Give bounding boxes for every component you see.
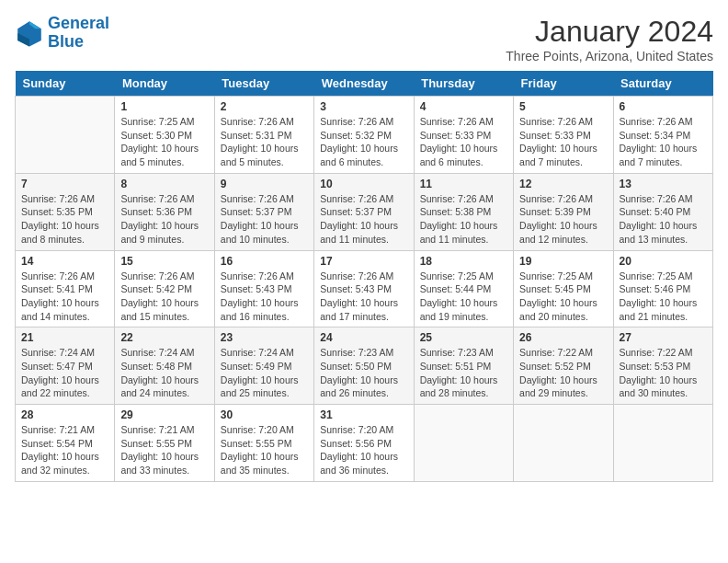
day-number: 20: [620, 255, 707, 268]
calendar-cell: [16, 97, 115, 174]
day-info: Sunrise: 7:25 AMSunset: 5:44 PMDaylight:…: [420, 270, 507, 324]
day-number: 8: [120, 178, 208, 190]
calendar-cell: 2Sunrise: 7:26 AMSunset: 5:31 PMDaylight…: [214, 97, 313, 174]
weekday-header-row: SundayMondayTuesdayWednesdayThursdayFrid…: [16, 71, 713, 97]
day-info: Sunrise: 7:26 AMSunset: 5:35 PMDaylight:…: [21, 192, 108, 247]
logo-text: General Blue: [48, 15, 109, 52]
calendar-cell: 5Sunrise: 7:26 AMSunset: 5:33 PMDaylight…: [514, 97, 613, 174]
calendar-cell: 12Sunrise: 7:26 AMSunset: 5:39 PMDayligh…: [514, 173, 613, 250]
day-number: 22: [120, 331, 208, 344]
day-info: Sunrise: 7:21 AMSunset: 5:55 PMDaylight:…: [120, 423, 208, 477]
day-info: Sunrise: 7:26 AMSunset: 5:31 PMDaylight:…: [221, 115, 308, 169]
day-number: 19: [519, 255, 607, 268]
calendar-cell: 29Sunrise: 7:21 AMSunset: 5:55 PMDayligh…: [115, 405, 214, 482]
day-info: Sunrise: 7:23 AMSunset: 5:50 PMDaylight:…: [320, 346, 407, 400]
day-number: 9: [221, 178, 308, 190]
day-number: 6: [620, 100, 707, 113]
calendar-cell: 6Sunrise: 7:26 AMSunset: 5:34 PMDaylight…: [613, 97, 712, 174]
calendar-week-row: 7Sunrise: 7:26 AMSunset: 5:35 PMDaylight…: [16, 173, 713, 250]
day-number: 31: [320, 408, 407, 421]
calendar-cell: 8Sunrise: 7:26 AMSunset: 5:36 PMDaylight…: [115, 173, 214, 250]
day-info: Sunrise: 7:26 AMSunset: 5:34 PMDaylight:…: [620, 115, 707, 169]
weekday-header-friday: Friday: [514, 71, 613, 97]
day-number: 27: [620, 331, 707, 344]
calendar-cell: 31Sunrise: 7:20 AMSunset: 5:56 PMDayligh…: [314, 405, 414, 482]
day-info: Sunrise: 7:26 AMSunset: 5:37 PMDaylight:…: [320, 192, 407, 247]
day-number: 23: [221, 331, 308, 344]
weekday-header-sunday: Sunday: [16, 71, 115, 97]
day-number: 4: [420, 100, 507, 113]
day-number: 17: [320, 255, 407, 268]
day-info: Sunrise: 7:26 AMSunset: 5:32 PMDaylight:…: [320, 115, 407, 169]
calendar-week-row: 1Sunrise: 7:25 AMSunset: 5:30 PMDaylight…: [16, 97, 713, 174]
day-number: 11: [420, 178, 507, 190]
calendar-cell: 4Sunrise: 7:26 AMSunset: 5:33 PMDaylight…: [414, 97, 513, 174]
calendar-cell: 3Sunrise: 7:26 AMSunset: 5:32 PMDaylight…: [314, 97, 414, 174]
day-info: Sunrise: 7:26 AMSunset: 5:43 PMDaylight:…: [320, 270, 407, 324]
calendar-cell: 18Sunrise: 7:25 AMSunset: 5:44 PMDayligh…: [414, 250, 513, 327]
calendar-cell: 26Sunrise: 7:22 AMSunset: 5:52 PMDayligh…: [514, 327, 613, 405]
calendar-cell: 19Sunrise: 7:25 AMSunset: 5:45 PMDayligh…: [514, 250, 613, 327]
calendar-cell: 13Sunrise: 7:26 AMSunset: 5:40 PMDayligh…: [613, 173, 712, 250]
calendar-cell: 27Sunrise: 7:22 AMSunset: 5:53 PMDayligh…: [613, 327, 712, 405]
calendar-cell: [414, 405, 513, 482]
day-number: 2: [221, 100, 308, 113]
day-number: 13: [620, 178, 707, 190]
weekday-header-thursday: Thursday: [414, 71, 513, 97]
logo-line1: General: [48, 14, 109, 32]
calendar-cell: 21Sunrise: 7:24 AMSunset: 5:47 PMDayligh…: [16, 327, 115, 405]
month-title: January 2024: [506, 15, 713, 49]
logo-icon: [15, 18, 44, 48]
day-info: Sunrise: 7:26 AMSunset: 5:40 PMDaylight:…: [620, 192, 707, 247]
calendar-cell: 24Sunrise: 7:23 AMSunset: 5:50 PMDayligh…: [314, 327, 414, 405]
day-number: 10: [320, 178, 407, 190]
calendar-cell: 10Sunrise: 7:26 AMSunset: 5:37 PMDayligh…: [314, 173, 414, 250]
day-info: Sunrise: 7:26 AMSunset: 5:39 PMDaylight:…: [519, 192, 607, 247]
weekday-header-monday: Monday: [115, 71, 214, 97]
calendar-cell: 14Sunrise: 7:26 AMSunset: 5:41 PMDayligh…: [16, 250, 115, 327]
day-info: Sunrise: 7:25 AMSunset: 5:45 PMDaylight:…: [519, 270, 607, 324]
calendar-cell: 28Sunrise: 7:21 AMSunset: 5:54 PMDayligh…: [16, 405, 115, 482]
calendar-cell: 17Sunrise: 7:26 AMSunset: 5:43 PMDayligh…: [314, 250, 414, 327]
calendar-cell: 16Sunrise: 7:26 AMSunset: 5:43 PMDayligh…: [214, 250, 313, 327]
calendar-table: SundayMondayTuesdayWednesdayThursdayFrid…: [15, 71, 713, 482]
day-number: 25: [420, 331, 507, 344]
day-info: Sunrise: 7:26 AMSunset: 5:41 PMDaylight:…: [21, 270, 108, 324]
calendar-cell: 30Sunrise: 7:20 AMSunset: 5:55 PMDayligh…: [214, 405, 313, 482]
calendar-cell: 9Sunrise: 7:26 AMSunset: 5:37 PMDaylight…: [214, 173, 313, 250]
weekday-header-saturday: Saturday: [613, 71, 712, 97]
day-info: Sunrise: 7:20 AMSunset: 5:56 PMDaylight:…: [320, 423, 407, 477]
calendar-cell: [613, 405, 712, 482]
calendar-cell: 22Sunrise: 7:24 AMSunset: 5:48 PMDayligh…: [115, 327, 214, 405]
calendar-cell: 20Sunrise: 7:25 AMSunset: 5:46 PMDayligh…: [613, 250, 712, 327]
day-number: 21: [21, 331, 108, 344]
day-number: 18: [420, 255, 507, 268]
location: Three Points, Arizona, United States: [506, 49, 713, 63]
day-info: Sunrise: 7:25 AMSunset: 5:46 PMDaylight:…: [620, 270, 707, 324]
day-number: 1: [120, 100, 208, 113]
title-block: January 2024 Three Points, Arizona, Unit…: [506, 15, 713, 63]
day-number: 16: [221, 255, 308, 268]
day-info: Sunrise: 7:26 AMSunset: 5:37 PMDaylight:…: [221, 192, 308, 247]
day-info: Sunrise: 7:24 AMSunset: 5:48 PMDaylight:…: [120, 346, 208, 400]
calendar-cell: [514, 405, 613, 482]
calendar-cell: 25Sunrise: 7:23 AMSunset: 5:51 PMDayligh…: [414, 327, 513, 405]
day-info: Sunrise: 7:26 AMSunset: 5:43 PMDaylight:…: [221, 270, 308, 324]
day-info: Sunrise: 7:26 AMSunset: 5:42 PMDaylight:…: [120, 270, 208, 324]
calendar-cell: 11Sunrise: 7:26 AMSunset: 5:38 PMDayligh…: [414, 173, 513, 250]
day-number: 30: [221, 408, 308, 421]
day-info: Sunrise: 7:22 AMSunset: 5:53 PMDaylight:…: [620, 346, 707, 400]
calendar-week-row: 14Sunrise: 7:26 AMSunset: 5:41 PMDayligh…: [16, 250, 713, 327]
day-info: Sunrise: 7:25 AMSunset: 5:30 PMDaylight:…: [120, 115, 208, 169]
day-number: 28: [21, 408, 108, 421]
day-info: Sunrise: 7:26 AMSunset: 5:33 PMDaylight:…: [420, 115, 507, 169]
day-number: 29: [120, 408, 208, 421]
calendar-cell: 15Sunrise: 7:26 AMSunset: 5:42 PMDayligh…: [115, 250, 214, 327]
logo-line2: Blue: [48, 32, 84, 51]
day-info: Sunrise: 7:26 AMSunset: 5:38 PMDaylight:…: [420, 192, 507, 247]
day-info: Sunrise: 7:26 AMSunset: 5:33 PMDaylight:…: [519, 115, 607, 169]
day-info: Sunrise: 7:26 AMSunset: 5:36 PMDaylight:…: [120, 192, 208, 247]
day-info: Sunrise: 7:24 AMSunset: 5:47 PMDaylight:…: [21, 346, 108, 400]
calendar-cell: 23Sunrise: 7:24 AMSunset: 5:49 PMDayligh…: [214, 327, 313, 405]
calendar-cell: 1Sunrise: 7:25 AMSunset: 5:30 PMDaylight…: [115, 97, 214, 174]
